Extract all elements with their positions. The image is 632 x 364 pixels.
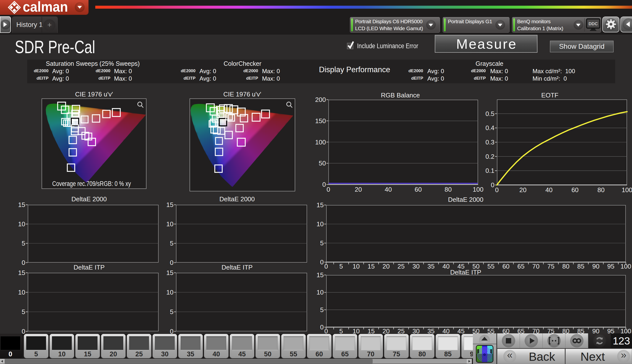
svg-text:DDC: DDC <box>589 22 598 26</box>
svg-text:80: 80 <box>597 186 604 194</box>
svg-text:60: 60 <box>571 186 578 194</box>
svg-text:0.1: 0.1 <box>485 167 494 174</box>
svg-text:0.4: 0.4 <box>485 124 494 132</box>
svg-text:0.5: 0.5 <box>485 110 494 118</box>
svg-text:100: 100 <box>621 186 632 194</box>
svg-text:20: 20 <box>519 186 527 194</box>
svg-text:0: 0 <box>495 186 499 194</box>
svg-text:0.3: 0.3 <box>485 138 494 146</box>
svg-text:0: 0 <box>491 181 494 189</box>
svg-text:40: 40 <box>545 186 552 194</box>
svg-text:0.2: 0.2 <box>485 153 494 160</box>
